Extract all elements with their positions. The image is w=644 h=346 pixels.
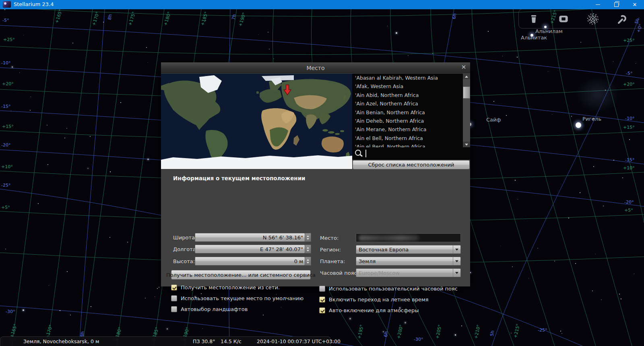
scrollbar-thumb[interactable] (463, 86, 470, 99)
location-list-item[interactable]: 'Ain el Bell, Northern Africa (352, 134, 463, 142)
longitude-input[interactable]: E 47° 28' 40.07" (195, 245, 305, 253)
location-list-item[interactable]: 'Ain Merane, Northern Africa (352, 125, 463, 134)
chevron-down-icon (453, 245, 460, 253)
chevron-down-icon (453, 257, 460, 265)
checkbox-row[interactable]: Получить местоположение из сети (171, 283, 303, 292)
grid-coordinate-label: -15° (625, 157, 634, 163)
minimize-button[interactable] (588, 0, 607, 9)
planet-value: Земля (359, 258, 376, 264)
grid-coordinate-label: 5h (489, 330, 495, 336)
checkbox-row[interactable]: Автовыбор ландшафтов (171, 305, 303, 314)
left-checkbox-group: Получить местоположение из сети Использо… (171, 283, 303, 314)
checkbox-label: Получить местоположение из сети (181, 284, 278, 290)
star-name-label: Альнитак (521, 35, 547, 41)
timezone-value: Europe/Moscow (359, 270, 400, 276)
region-value: Восточная Европа (359, 247, 409, 253)
latitude-spinner[interactable] (305, 233, 311, 242)
search-icon (355, 149, 363, 157)
close-button[interactable]: ✕ (625, 0, 644, 9)
checkbox-label: Автовыбор ландшафтов (181, 306, 248, 312)
grid-coordinate-label: -30° (6, 309, 15, 314)
checkbox-row[interactable]: Использовать текущее место по умолчанию (171, 294, 303, 303)
grid-coordinate-label: +5° (624, 208, 633, 213)
checkbox[interactable] (171, 306, 177, 312)
scrollbar-down-button[interactable] (463, 142, 470, 147)
altitude-label: Высота: (173, 258, 195, 264)
grid-coordinate-label: 6h (451, 13, 457, 19)
map-marker-arrow (283, 84, 292, 96)
reset-location-list-button[interactable]: Сброс списка местоположений (353, 160, 470, 169)
grid-coordinate-label: 7h (231, 14, 237, 20)
location-list-item[interactable]: 'Ain Azel, Northern Africa (352, 99, 463, 108)
grid-coordinate-label: -10° (625, 116, 634, 121)
location-list-item[interactable]: 'Ain el Berd. Northern Africa (352, 142, 463, 147)
stellarium-app-icon (3, 1, 11, 8)
location-list-item[interactable]: 'Ain Abid, Northern Africa (352, 91, 463, 99)
corner-toolbar (518, 9, 644, 29)
altitude-input[interactable]: 0 м (195, 257, 305, 266)
scrollbar-track[interactable] (463, 79, 470, 142)
dialog-close-button[interactable]: ✕ (460, 63, 468, 71)
latitude-input[interactable]: N 56° 6' 38.16" (195, 233, 305, 242)
timezone-label: Часовой пояс: (320, 270, 359, 276)
grid-coordinate-label: -5° (2, 18, 9, 23)
grid-coordinate-label: -30° (414, 337, 423, 342)
timezone-dropdown[interactable]: Europe/Moscow (356, 268, 461, 277)
location-list-item[interactable]: 'Abasan al Kabirah, Western Asia (352, 74, 463, 82)
grid-coordinate-label: +20° (623, 82, 635, 87)
dialog-title: Место (306, 65, 324, 71)
checkbox-label: Использовать пользовательский часовой по… (329, 286, 458, 292)
place-input[interactable] (356, 233, 461, 242)
statusbar-fov: ПЗ 30.8° (193, 338, 215, 344)
restore-button[interactable] (607, 0, 625, 9)
trash-icon[interactable] (528, 13, 540, 25)
longitude-spinner[interactable] (305, 245, 311, 253)
right-checkbox-group: Использовать пользовательский часовой по… (319, 284, 458, 315)
checkbox[interactable] (171, 284, 177, 290)
star-name-label: Ригель (582, 116, 601, 122)
checkbox-row[interactable]: Использовать пользовательский часовой по… (319, 284, 458, 293)
display-icon[interactable] (557, 13, 570, 25)
grid-coordinate-label: 8h (107, 14, 113, 20)
grid-coordinate-label: -15° (1, 104, 10, 109)
grid-coordinate-label: +15° (2, 124, 14, 129)
planet-dropdown[interactable]: Земля (356, 257, 461, 266)
grid-coordinate-label: +25° (3, 37, 15, 42)
checkbox[interactable] (319, 297, 325, 303)
os-titlebar[interactable]: Stellarium 23.4 ✕ (0, 0, 644, 9)
grid-coordinate-label: 6h (383, 331, 389, 337)
checkbox-label: Использовать текущее место по умолчанию (181, 295, 303, 301)
scrollbar-up-button[interactable] (463, 74, 470, 79)
checkbox[interactable] (319, 307, 325, 313)
dialog-titlebar[interactable]: Место (161, 62, 470, 73)
location-list-item[interactable]: 'Ain Deheb, Northern Africa (352, 117, 463, 125)
altitude-spinner[interactable] (305, 257, 311, 266)
nebula-glow (576, 76, 620, 113)
world-map-image (161, 74, 352, 169)
grid-coordinate-label: +15° (623, 125, 635, 130)
location-dialog: Место ✕ (161, 62, 470, 286)
location-search-input[interactable] (352, 147, 470, 160)
list-scrollbar[interactable] (463, 74, 470, 147)
region-dropdown[interactable]: Восточная Европа (356, 245, 461, 254)
window-title: Stellarium 23.4 (14, 1, 54, 7)
longitude-label: Долгота: (173, 246, 198, 252)
get-location-button[interactable]: Получить местоположение... или системног… (171, 270, 311, 280)
section-header: Информация о текущем местоположении (173, 175, 305, 181)
checkbox[interactable] (319, 286, 325, 292)
place-label: Место: (320, 235, 339, 241)
grid-coordinate-label: +10° (623, 165, 635, 171)
wrench-icon[interactable] (615, 13, 627, 25)
status-bar: Земля, Novocheboksarsk, 0 м ПЗ 30.8° 14.… (0, 336, 331, 346)
grid-coordinate-label: +5° (1, 205, 10, 210)
region-label: Регион: (320, 247, 341, 253)
grid-coordinate-label: -10° (1, 60, 10, 66)
target-rings-icon[interactable] (587, 13, 599, 25)
checkbox-row[interactable]: Авто-включение для атмосферы (319, 306, 458, 315)
location-list-item[interactable]: 'Afak, Western Asia (352, 82, 463, 91)
location-list: 'Abasan al Kabirah, Western Asia'Afak, W… (352, 74, 463, 147)
checkbox[interactable] (171, 295, 177, 301)
checkbox-row[interactable]: Включить переход на летнее время (319, 295, 458, 304)
world-map[interactable] (161, 74, 352, 169)
location-list-item[interactable]: 'Ain Benian, Northern Africa (352, 108, 463, 117)
